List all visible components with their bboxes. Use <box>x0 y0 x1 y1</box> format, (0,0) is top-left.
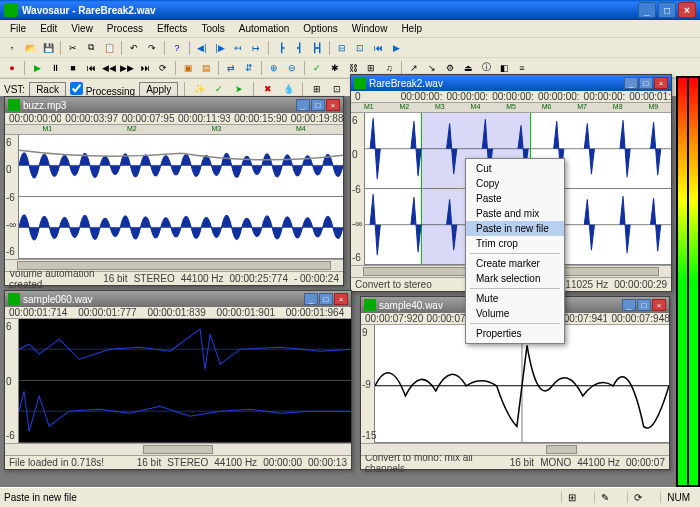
menu-effects[interactable]: Effects <box>151 21 193 36</box>
ctx-paste-mix[interactable]: Paste and mix <box>466 206 564 221</box>
cfg2-icon[interactable]: ⊡ <box>329 81 345 97</box>
ctx-create-marker[interactable]: Create marker <box>466 256 564 271</box>
menu-process[interactable]: Process <box>101 21 149 36</box>
cut-icon[interactable]: ✂ <box>65 40 81 56</box>
menu-file[interactable]: File <box>4 21 32 36</box>
marker-right-icon[interactable]: |▶ <box>212 40 228 56</box>
ctx-mark-selection[interactable]: Mark selection <box>466 271 564 286</box>
pause-icon[interactable]: ⏸ <box>47 60 63 76</box>
close-button[interactable]: × <box>678 2 696 18</box>
sel-b-icon[interactable]: ▤ <box>198 60 214 76</box>
ctx-paste[interactable]: Paste <box>466 191 564 206</box>
menu-tools[interactable]: Tools <box>195 21 230 36</box>
crop-icon[interactable]: ⊡ <box>352 40 368 56</box>
paste-icon[interactable]: 📋 <box>101 40 117 56</box>
ctx-properties[interactable]: Properties <box>466 326 564 341</box>
maximize-button[interactable]: □ <box>658 2 676 18</box>
ctx-separator <box>470 253 560 254</box>
wand-icon[interactable]: ✨ <box>191 81 207 97</box>
doc-max-button[interactable]: □ <box>637 299 651 311</box>
marker-left-icon[interactable]: ◀| <box>194 40 210 56</box>
doc-max-button[interactable]: □ <box>639 77 653 89</box>
menu-help[interactable]: Help <box>395 21 428 36</box>
status-tool3-icon[interactable]: ⟳ <box>627 492 648 503</box>
cfg1-icon[interactable]: ⊞ <box>309 81 325 97</box>
doc-max-button[interactable]: □ <box>319 293 333 305</box>
flip-icon[interactable]: ⇵ <box>241 60 257 76</box>
marker-row[interactable]: M1M2M3M4M5M6M7M8M9 <box>351 103 671 113</box>
menu-edit[interactable]: Edit <box>34 21 63 36</box>
marker-row[interactable]: M1M2M3M4 <box>5 125 343 135</box>
ctx-cut[interactable]: Cut <box>466 161 564 176</box>
ctx-mute[interactable]: Mute <box>466 291 564 306</box>
undo-icon[interactable]: ↶ <box>126 40 142 56</box>
doc-max-button[interactable]: □ <box>311 99 325 111</box>
open-icon[interactable]: 📂 <box>22 40 38 56</box>
doc-close-button[interactable]: × <box>326 99 340 111</box>
copy-icon[interactable]: ⧉ <box>83 40 99 56</box>
sel-all-icon[interactable]: ┣┫ <box>309 40 325 56</box>
sel-end-icon[interactable]: ┫ <box>291 40 307 56</box>
rack-button[interactable]: Rack <box>29 82 66 97</box>
dropper-icon[interactable]: 💧 <box>280 81 296 97</box>
waveform-area[interactable]: 60-6-∞-6 <box>5 135 343 259</box>
swap-icon[interactable]: ⇄ <box>223 60 239 76</box>
doc-close-button[interactable]: × <box>654 77 668 89</box>
h-scrollbar[interactable] <box>361 443 669 455</box>
doc-min-button[interactable]: _ <box>304 293 318 305</box>
processing-checkbox[interactable]: Processing <box>70 82 135 97</box>
sel-a-icon[interactable]: ▣ <box>180 60 196 76</box>
doc-s060-titlebar[interactable]: sample060.wav _ □ × <box>5 291 351 307</box>
fx-icon[interactable]: ✱ <box>327 60 343 76</box>
loop-right-icon[interactable]: ↦ <box>248 40 264 56</box>
fwd-icon[interactable]: ▶▶ <box>119 60 135 76</box>
h-scrollbar[interactable] <box>5 259 343 271</box>
right-arrow-icon[interactable]: ➤ <box>231 81 247 97</box>
app-titlebar: Wavosaur - RareBreak2.wav _ □ × <box>0 0 700 20</box>
new-icon[interactable]: ▫ <box>4 40 20 56</box>
doc-min-button[interactable]: _ <box>296 99 310 111</box>
apply-button[interactable]: Apply <box>139 82 178 97</box>
zoom-full-icon[interactable]: ⊖ <box>284 60 300 76</box>
check-icon[interactable]: ✓ <box>211 81 227 97</box>
cancel-icon[interactable]: ✖ <box>260 81 276 97</box>
menu-options[interactable]: Options <box>297 21 343 36</box>
help-icon[interactable]: ? <box>169 40 185 56</box>
loop-icon[interactable]: ⟳ <box>155 60 171 76</box>
minimize-button[interactable]: _ <box>638 2 656 18</box>
status-tool2-icon[interactable]: ✎ <box>594 492 615 503</box>
status-tool1-icon[interactable]: ⊞ <box>561 492 582 503</box>
trim-icon[interactable]: ⊟ <box>334 40 350 56</box>
doc-rare-titlebar[interactable]: RareBreak2.wav _ □ × <box>351 75 671 91</box>
ctx-trim-crop[interactable]: Trim crop <box>466 236 564 251</box>
record-icon[interactable]: ● <box>4 60 20 76</box>
doc-close-button[interactable]: × <box>652 299 666 311</box>
doc-buzz-titlebar[interactable]: buzz.mp3 _ □ × <box>5 97 343 113</box>
back-icon[interactable]: ◀◀ <box>101 60 117 76</box>
doc-min-button[interactable]: _ <box>624 77 638 89</box>
doc-min-button[interactable]: _ <box>622 299 636 311</box>
redo-icon[interactable]: ↷ <box>144 40 160 56</box>
zoom-sel-icon[interactable]: ⊕ <box>266 60 282 76</box>
loop-left-icon[interactable]: ↤ <box>230 40 246 56</box>
skip-back-icon[interactable]: ⏮ <box>370 40 386 56</box>
play-small-icon[interactable]: ▶ <box>388 40 404 56</box>
ctx-separator <box>470 323 560 324</box>
menu-window[interactable]: Window <box>346 21 394 36</box>
ctx-volume[interactable]: Volume <box>466 306 564 321</box>
rewind-icon[interactable]: ⏮ <box>83 60 99 76</box>
menu-automation[interactable]: Automation <box>233 21 296 36</box>
process-icon[interactable]: ✓ <box>309 60 325 76</box>
doc-close-button[interactable]: × <box>334 293 348 305</box>
menu-view[interactable]: View <box>65 21 99 36</box>
end-icon[interactable]: ⏭ <box>137 60 153 76</box>
wave-icon <box>8 293 20 305</box>
ctx-copy[interactable]: Copy <box>466 176 564 191</box>
waveform-area[interactable]: 60-6 <box>5 319 351 443</box>
ctx-paste-new-file[interactable]: Paste in new file <box>466 221 564 236</box>
sel-start-icon[interactable]: ┣ <box>273 40 289 56</box>
stop-icon[interactable]: ■ <box>65 60 81 76</box>
save-icon[interactable]: 💾 <box>40 40 56 56</box>
play-icon[interactable]: ▶ <box>29 60 45 76</box>
h-scrollbar[interactable] <box>5 443 351 455</box>
